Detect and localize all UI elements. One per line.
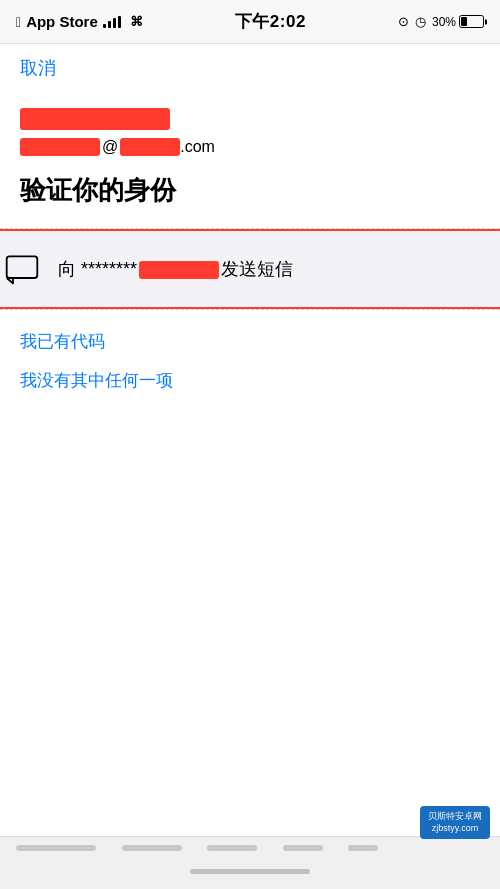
battery-percent-label: 30%: [432, 15, 456, 29]
alarm-icon: ⊙: [398, 14, 409, 29]
bottom-area: 贝斯特安卓网 zjbstyy.com: [0, 836, 500, 889]
watermark-item-3: [207, 845, 257, 851]
battery: 30%: [432, 15, 484, 29]
app-store-label: App Store: [26, 13, 98, 30]
watermark-brand: 贝斯特安卓网: [428, 810, 482, 823]
email-domain: @: [102, 138, 118, 156]
sms-suffix: 发送短信: [221, 259, 293, 279]
message-icon-wrapper: [2, 249, 42, 289]
clock-icon: ◷: [415, 14, 426, 29]
redacted-email-domain-part: [120, 138, 180, 156]
status-left:  App Store ⌘: [16, 13, 143, 30]
watermark-item-5: [348, 845, 378, 851]
signal-bars: [103, 16, 121, 28]
watermark-item-2: [122, 845, 182, 851]
watermark-item-1: [16, 845, 96, 851]
battery-icon: [459, 15, 484, 28]
redacted-name-block: [20, 108, 170, 130]
status-time: 下午2:02: [235, 10, 306, 33]
verify-title: 验证你的身份: [20, 174, 480, 208]
sms-option-text: 向 ********发送短信: [58, 257, 498, 281]
cancel-button[interactable]: 取消: [20, 56, 56, 80]
options-container: 向 ********发送短信: [0, 228, 500, 310]
message-icon: [4, 251, 40, 287]
watermark-item-4: [283, 845, 323, 851]
svg-rect-0: [7, 256, 38, 278]
links-section: 我已有代码 我没有其中任何一项: [0, 310, 500, 428]
main-content: @ .com 验证你的身份: [0, 88, 500, 208]
email-tld: .com: [180, 138, 215, 156]
sms-prefix: 向 ********: [58, 259, 137, 279]
home-indicator: [0, 859, 500, 889]
wifi-icon: ⌘: [130, 14, 143, 29]
no-option-link[interactable]: 我没有其中任何一项: [20, 369, 480, 392]
home-bar: [190, 869, 310, 874]
status-right: ⊙ ◷ 30%: [398, 14, 484, 29]
email-row: @ .com: [20, 138, 480, 156]
redacted-email-prefix: [20, 138, 100, 156]
watermark-logo: 贝斯特安卓网 zjbstyy.com: [420, 806, 490, 839]
watermark-site: zjbstyy.com: [428, 822, 482, 835]
sms-option[interactable]: 向 ********发送短信: [0, 229, 500, 309]
have-code-link[interactable]: 我已有代码: [20, 330, 480, 353]
apple-icon: : [16, 14, 21, 30]
nav-bar: 取消: [0, 44, 500, 88]
redacted-phone: [139, 261, 219, 279]
status-bar:  App Store ⌘ 下午2:02 ⊙ ◷ 30%: [0, 0, 500, 44]
watermark-bar: [0, 836, 500, 859]
